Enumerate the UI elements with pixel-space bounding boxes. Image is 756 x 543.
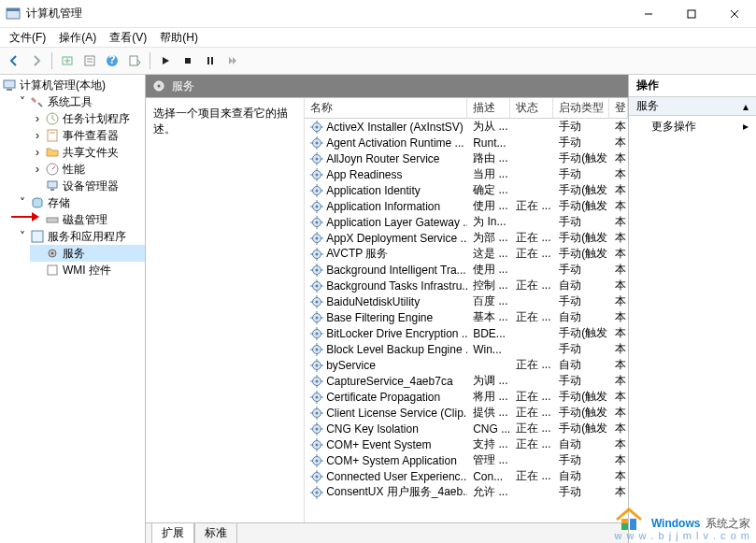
service-name: Certificate Propagation [326, 391, 440, 404]
tree-services-apps[interactable]: ˅ 服务和应用程序 [15, 228, 145, 245]
tree-performance[interactable]: ›性能 [30, 161, 145, 178]
forward-button[interactable] [26, 50, 47, 71]
properties-icon[interactable] [79, 50, 100, 71]
service-row[interactable]: Block Level Backup Engine ...Win...手动本 [305, 341, 628, 357]
service-row[interactable]: CaptureService_4aeb7ca为调 ...手动本 [305, 373, 628, 389]
service-row[interactable]: ActiveX Installer (AxInstSV)为从 ...手动本 [305, 119, 628, 135]
tab-standard[interactable]: 标准 [194, 523, 237, 543]
service-row[interactable]: BitLocker Drive Encryption ...BDE...手动(触… [305, 325, 628, 341]
service-logon: 本 [609, 389, 628, 405]
tree-disk-management[interactable]: 磁盘管理 [30, 211, 145, 228]
service-row[interactable]: Application Layer Gateway ...为 In...手动本 [305, 214, 628, 230]
gear-icon [310, 232, 323, 245]
service-row[interactable]: COM+ System Application管理 ...手动本 [305, 452, 628, 468]
watermark: Windows 系统之家 w w w . b j j m l v . c o m [612, 504, 750, 537]
start-service-icon[interactable] [155, 50, 176, 71]
col-startup[interactable]: 启动类型 [553, 98, 609, 118]
gear-icon [310, 422, 323, 436]
actions-subhead[interactable]: 服务 ▴ [629, 97, 756, 116]
menu-view[interactable]: 查看(V) [104, 28, 152, 48]
service-row[interactable]: Background Tasks Infrastru...控制 ...正在 ..… [305, 278, 628, 293]
maximize-button[interactable] [670, 0, 713, 28]
wm-brand1: Windows [651, 517, 701, 530]
tree-pane[interactable]: 计算机管理(本地) ˅ 系统工具 ›任务计划程序 ›事件查看器 ›共享文件夹 [0, 75, 146, 543]
service-row[interactable]: Application Identity确定 ...手动(触发 ...本 [305, 182, 628, 198]
menu-action[interactable]: 操作(A) [53, 28, 102, 48]
export-icon[interactable] [124, 50, 145, 71]
service-row[interactable]: Application Information使用 ...正在 ...手动(触发… [305, 198, 628, 214]
services-list[interactable]: ActiveX Installer (AxInstSV)为从 ...手动本Age… [305, 119, 628, 522]
services-apps-icon [30, 229, 45, 244]
service-row[interactable]: Base Filtering Engine基本 ...正在 ...自动本 [305, 309, 628, 325]
gear-icon [45, 246, 60, 261]
tree-services[interactable]: 服务 [30, 245, 145, 262]
service-row[interactable]: Agent Activation Runtime ...Runt...手动本 [305, 135, 628, 150]
expand-icon[interactable]: › [32, 130, 43, 141]
up-button[interactable] [57, 50, 78, 71]
tree-root[interactable]: 计算机管理(本地) [0, 77, 145, 93]
wmi-icon [45, 263, 60, 278]
service-startup: 手动 [553, 373, 609, 389]
expand-icon[interactable]: › [32, 164, 43, 175]
help-icon[interactable]: ? [102, 50, 122, 71]
gear-icon [310, 359, 323, 372]
collapse-icon[interactable]: ˅ [17, 96, 28, 107]
gear-icon [310, 152, 323, 165]
service-row[interactable]: CNG Key IsolationCNG ...正在 ...手动(触发 ...本 [305, 421, 628, 436]
service-desc: 将用 ... [467, 389, 510, 405]
col-status[interactable]: 状态 [510, 98, 553, 118]
service-name: Connected User Experienc... [326, 470, 467, 483]
col-name[interactable]: 名称 [305, 98, 467, 118]
service-startup: 手动 [553, 166, 609, 182]
tree-system-tools[interactable]: ˅ 系统工具 [15, 93, 145, 110]
chevron-up-icon: ▴ [743, 100, 749, 113]
svg-point-98 [316, 284, 319, 287]
tree-wmi[interactable]: WMI 控件 [30, 262, 145, 279]
service-row[interactable]: Certificate Propagation将用 ...正在 ...手动(触发… [305, 389, 628, 405]
restart-service-icon[interactable] [222, 50, 243, 71]
service-row[interactable]: AVCTP 服务这是 ...正在 ...手动(触发 ...本 [305, 246, 628, 262]
tools-icon [30, 94, 45, 109]
service-row[interactable]: Background Intelligent Tra...使用 ...手动本 [305, 262, 628, 278]
expand-icon[interactable]: › [32, 113, 43, 124]
col-desc[interactable]: 描述 [467, 98, 510, 118]
service-row[interactable]: AllJoyn Router Service路由 ...手动(触发 ...本 [305, 150, 628, 166]
service-row[interactable]: Connected User Experienc...Con...正在 ...自… [305, 468, 628, 484]
collapse-icon[interactable]: ˅ [17, 231, 28, 242]
tab-extended[interactable]: 扩展 [151, 523, 194, 543]
center-pane: 服务 选择一个项目来查看它的描述。 名称 描述 状态 启动类型 登 Active… [146, 75, 629, 543]
tree-task-scheduler[interactable]: ›任务计划程序 [30, 110, 145, 127]
tree-device-manager[interactable]: 设备管理器 [30, 178, 145, 194]
service-startup: 手动 [553, 293, 609, 309]
menu-help[interactable]: 帮助(H) [154, 28, 204, 48]
col-logon[interactable]: 登 [609, 98, 628, 118]
gear-icon [310, 391, 323, 404]
service-startup: 手动(触发 ... [553, 246, 609, 262]
service-row[interactable]: AppX Deployment Service ...为部 ...正在 ...手… [305, 230, 628, 246]
service-row[interactable]: Client License Service (Clip...提供 ...正在 … [305, 405, 628, 421]
minimize-button[interactable] [627, 0, 670, 28]
close-button[interactable] [713, 0, 756, 28]
pause-service-icon[interactable] [200, 50, 221, 71]
tree-event-viewer[interactable]: ›事件查看器 [30, 127, 145, 144]
service-logon: 本 [609, 436, 628, 452]
service-row[interactable]: ConsentUX 用户服务_4aeb...允许 ...手动本 [305, 484, 628, 500]
svg-point-38 [316, 125, 319, 128]
expand-icon[interactable]: › [32, 147, 43, 158]
stop-service-icon[interactable] [178, 50, 198, 71]
service-row[interactable]: COM+ Event System支持 ...正在 ...自动本 [305, 436, 628, 452]
service-logon: 本 [609, 405, 628, 421]
collapse-icon[interactable]: ˅ [17, 197, 28, 208]
tree-shared-folders[interactable]: ›共享文件夹 [30, 144, 145, 161]
actions-more[interactable]: 更多操作 ▸ [629, 116, 756, 136]
tree-label: 磁盘管理 [63, 212, 107, 228]
svg-point-128 [316, 364, 319, 366]
tree-storage[interactable]: ˅ 存储 [15, 194, 145, 211]
service-row[interactable]: App Readiness当用 ...手动本 [305, 166, 628, 182]
gear-icon [310, 168, 323, 181]
service-name: AppX Deployment Service ... [326, 232, 467, 245]
service-row[interactable]: BaiduNetdiskUtility百度 ...手动本 [305, 293, 628, 309]
service-row[interactable]: byService正在 ...自动本 [305, 357, 628, 373]
back-button[interactable] [4, 50, 24, 71]
menu-file[interactable]: 文件(F) [4, 28, 51, 48]
